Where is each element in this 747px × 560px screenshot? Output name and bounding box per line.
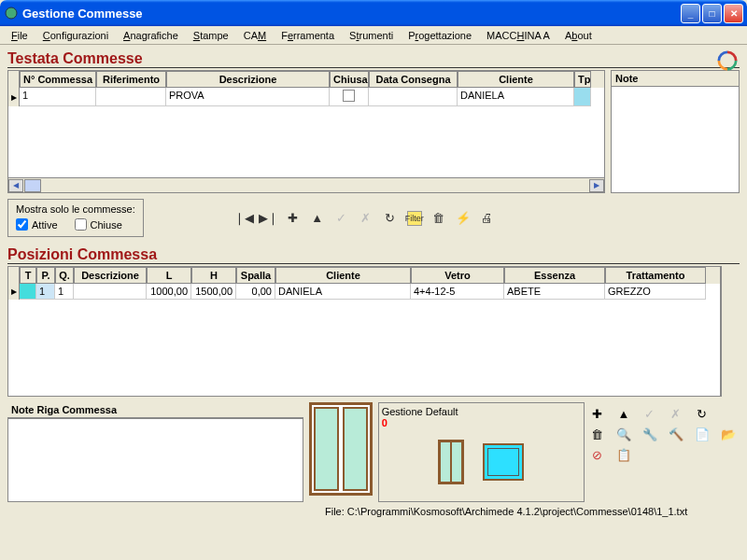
door-pane-left xyxy=(314,407,339,491)
lightning-icon[interactable]: ⚡ xyxy=(456,211,471,226)
preview-window-icon[interactable] xyxy=(483,443,524,481)
cell-p[interactable]: 1 xyxy=(36,284,55,300)
col-p[interactable]: P. xyxy=(36,267,55,284)
side-up-icon[interactable]: ▲ xyxy=(616,406,631,421)
section-testata-title: Testata Commesse xyxy=(7,50,740,68)
side-open-icon[interactable]: 📂 xyxy=(721,427,736,441)
col-t[interactable]: T xyxy=(20,267,36,284)
menu-progettazione[interactable]: Progettazione xyxy=(402,28,477,43)
scroll-right-icon[interactable]: ▶ xyxy=(589,179,604,192)
side-refresh-icon[interactable]: ↻ xyxy=(695,406,710,421)
col-h[interactable]: H xyxy=(191,267,236,284)
door-preview-large xyxy=(309,402,373,496)
menu-ferramenta[interactable]: Ferramenta xyxy=(275,28,340,43)
side-cancel-icon[interactable]: ✗ xyxy=(669,406,684,421)
side-copy-icon[interactable]: 📋 xyxy=(616,447,631,462)
checkbox-attive-input[interactable] xyxy=(16,218,28,231)
first-record-icon[interactable]: ❘◀ xyxy=(237,211,252,226)
grid-posizioni-row[interactable]: ▶ 1 1 1000,00 1500,00 0,00 DANIELA 4+4-1… xyxy=(8,284,720,300)
col-num-commessa[interactable]: N° Commessa xyxy=(20,71,96,88)
note-body[interactable] xyxy=(612,87,739,180)
note-header: Note xyxy=(612,71,739,87)
scroll-thumb[interactable] xyxy=(24,179,41,192)
refresh-icon[interactable]: ↻ xyxy=(383,211,398,226)
col-trattamento[interactable]: Trattamento xyxy=(605,267,706,284)
minimize-button[interactable]: _ xyxy=(681,4,700,23)
note-riga-body[interactable] xyxy=(7,418,303,502)
col-cliente[interactable]: Cliente xyxy=(458,71,574,88)
scroll-left-icon[interactable]: ◀ xyxy=(8,179,23,192)
side-search-icon[interactable]: 🔍 xyxy=(616,427,631,441)
maximize-button[interactable]: □ xyxy=(702,4,722,23)
cell-rif[interactable] xyxy=(96,88,166,106)
col-q[interactable]: Q. xyxy=(55,267,74,284)
cell-q[interactable]: 1 xyxy=(55,284,74,300)
col-vetro[interactable]: Vetro xyxy=(411,267,504,284)
col-chiusa[interactable]: Chiusa xyxy=(330,71,369,88)
confirm-icon[interactable]: ✓ xyxy=(334,211,349,226)
side-wrench-icon[interactable]: 🔧 xyxy=(642,427,657,441)
col-spalla[interactable]: Spalla xyxy=(236,267,275,284)
door-pane-right xyxy=(343,407,368,491)
side-new-icon[interactable]: 📄 xyxy=(695,427,710,441)
cell-spalla[interactable]: 0,00 xyxy=(236,284,275,300)
up-icon[interactable]: ▲ xyxy=(310,211,325,226)
menu-configurazioni[interactable]: Configurazioni xyxy=(37,28,114,43)
last-record-icon[interactable]: ▶❘ xyxy=(261,211,276,226)
menu-about[interactable]: About xyxy=(559,28,598,43)
close-button[interactable]: ✕ xyxy=(724,4,743,23)
cancel-icon[interactable]: ✗ xyxy=(359,211,374,226)
add-record-icon[interactable]: ✚ xyxy=(286,211,301,226)
grid-testata[interactable]: N° Commessa Riferimento Descrizione Chiu… xyxy=(7,70,605,193)
grid-testata-hscroll[interactable]: ◀ ▶ xyxy=(8,177,604,192)
col-riferimento[interactable]: Riferimento xyxy=(96,71,166,88)
print-icon[interactable]: 🖨 xyxy=(480,211,495,226)
side-hammer-icon[interactable]: 🔨 xyxy=(669,427,684,441)
grid-testata-row[interactable]: ▶ 1 PROVA DANIELA xyxy=(8,88,604,106)
cell-cliente2[interactable]: DANIELA xyxy=(275,284,411,300)
toolbar-main: ❘◀ ▶❘ ✚ ▲ ✓ ✗ ↻ Filter 🗑 ⚡ 🖨 xyxy=(237,211,495,226)
side-confirm-icon[interactable]: ✓ xyxy=(642,406,657,421)
col-descrizione[interactable]: Descrizione xyxy=(166,71,330,88)
cell-h[interactable]: 1500,00 xyxy=(191,284,236,300)
cell-essenza[interactable]: ABETE xyxy=(504,284,605,300)
col-cliente2[interactable]: Cliente xyxy=(275,267,411,284)
menu-file[interactable]: File xyxy=(6,28,34,43)
cell-chiusa[interactable] xyxy=(330,88,369,106)
side-nocam-icon[interactable]: ⊘ xyxy=(590,447,605,462)
cell-tp[interactable] xyxy=(574,88,591,106)
checkbox-chiuse-input[interactable] xyxy=(75,218,87,231)
side-add-icon[interactable]: ✚ xyxy=(590,406,605,421)
cell-tratt[interactable]: GREZZO xyxy=(605,284,706,300)
cell-cliente[interactable]: DANIELA xyxy=(458,88,574,106)
col-desc2[interactable]: Descrizione xyxy=(74,267,147,284)
checkbox-chiusa[interactable] xyxy=(343,90,355,102)
checkbox-chiuse[interactable]: Chiuse xyxy=(75,218,122,231)
section-posizioni-title: Posizioni Commessa xyxy=(7,246,740,264)
cell-desc2[interactable] xyxy=(74,284,147,300)
menu-stampe[interactable]: Stampe xyxy=(188,28,234,43)
col-tp[interactable]: Tp xyxy=(574,71,591,88)
gestione-default-panel: Gestione Default 0 xyxy=(378,402,585,502)
cell-num[interactable]: 1 xyxy=(20,88,96,106)
menubar: File Configurazioni Anagrafiche Stampe C… xyxy=(0,26,747,45)
cell-consegna[interactable] xyxy=(369,88,458,106)
menu-macchina[interactable]: MACCHINA A xyxy=(481,28,556,43)
cell-t[interactable] xyxy=(20,284,36,300)
cell-desc[interactable]: PROVA xyxy=(166,88,330,106)
menu-strumenti[interactable]: Strumenti xyxy=(344,28,399,43)
col-essenza[interactable]: Essenza xyxy=(504,267,605,284)
filter-icon[interactable]: Filter xyxy=(407,211,422,226)
col-data-consegna[interactable]: Data Consegna xyxy=(369,71,458,88)
menu-cam[interactable]: CAM xyxy=(238,28,272,43)
checkbox-attive[interactable]: Attive xyxy=(16,218,58,231)
preview-door-icon[interactable] xyxy=(438,440,464,484)
side-trash-icon[interactable]: 🗑 xyxy=(590,427,605,441)
trash-icon[interactable]: 🗑 xyxy=(431,211,446,226)
menu-anagrafiche[interactable]: Anagrafiche xyxy=(118,28,184,43)
grid-posizioni[interactable]: T P. Q. Descrizione L H Spalla Cliente V… xyxy=(7,266,721,397)
cell-vetro[interactable]: 4+4-12-5 xyxy=(411,284,504,300)
grid-posizioni-vscroll[interactable] xyxy=(721,266,736,397)
col-l[interactable]: L xyxy=(147,267,191,284)
cell-l[interactable]: 1000,00 xyxy=(147,284,191,300)
